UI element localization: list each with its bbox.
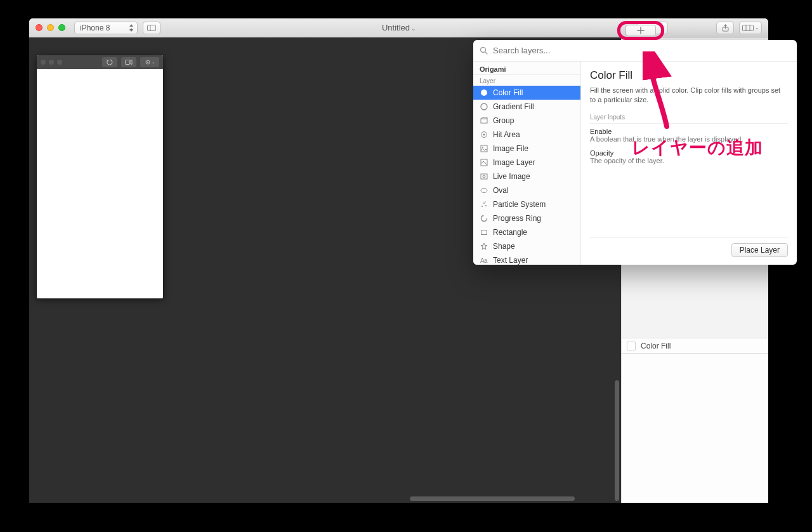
layer-category-list: Origami Layer Color FillGradient FillGro… <box>473 62 581 265</box>
param-desc: A boolean that is true when the layer is… <box>590 135 788 143</box>
progress-ring-icon <box>480 215 488 223</box>
layer-option-image-layer[interactable]: Image Layer <box>473 156 580 170</box>
svg-point-23 <box>483 203 485 204</box>
layer-inputs-section-label: Layer Inputs <box>590 114 788 124</box>
image-file-icon <box>480 145 488 153</box>
layer-option-rectangle[interactable]: Rectangle <box>473 225 580 239</box>
layer-option-text-layer[interactable]: AaText Layer <box>473 253 580 265</box>
share-icon <box>722 24 729 32</box>
text-layer-icon: Aa <box>480 256 488 265</box>
chevron-down-icon: ⌄ <box>755 25 759 30</box>
layer-option-oval[interactable]: Oval <box>473 183 580 197</box>
add-layer-popover: Origami Layer Color FillGradient FillGro… <box>473 40 797 265</box>
layer-option-label: Group <box>493 116 514 125</box>
layer-option-live-image[interactable]: Live Image <box>473 170 580 183</box>
device-select-label: iPhone 8 <box>80 23 110 32</box>
color-swatch-icon <box>627 342 636 350</box>
layer-detail-title: Color Fill <box>590 69 788 82</box>
layer-search-row <box>473 40 797 62</box>
svg-rect-13 <box>481 119 487 123</box>
layer-option-label: Text Layer <box>493 256 528 265</box>
chevron-down-icon: ⌄ <box>152 60 155 65</box>
preview-settings-button[interactable]: ⌄ <box>140 57 159 67</box>
minimize-icon[interactable] <box>47 24 54 31</box>
image-layer-icon <box>480 159 488 167</box>
toggle-sidebar-button[interactable] <box>143 22 160 34</box>
svg-rect-3 <box>742 25 753 30</box>
layer-option-label: Hit Area <box>493 130 520 139</box>
layer-option-particle-system[interactable]: Particle System <box>473 197 580 211</box>
svg-rect-27 <box>481 230 487 235</box>
preview-reload-button[interactable] <box>102 57 117 67</box>
particle-system-icon <box>480 201 488 209</box>
document-title[interactable]: Untitled⌄ <box>166 23 632 32</box>
search-icon <box>480 46 488 55</box>
layer-option-color-fill[interactable]: Color Fill <box>473 86 580 100</box>
layer-list-item-label: Color Fill <box>641 342 671 350</box>
svg-rect-16 <box>481 145 487 152</box>
svg-point-21 <box>481 189 487 193</box>
layer-search-input[interactable] <box>492 45 790 56</box>
sidebar-icon <box>147 25 156 31</box>
svg-point-26 <box>481 216 487 222</box>
add-layer-callout-ring <box>617 21 664 40</box>
layer-list-item[interactable]: Color Fill <box>622 338 768 354</box>
chevron-down-icon: ⌄ <box>411 25 416 32</box>
place-layer-button[interactable]: Place Layer <box>731 243 788 257</box>
layer-option-hit-area[interactable]: Hit Area <box>473 128 580 142</box>
preview-toolbar: ⌄ <box>37 55 163 69</box>
live-image-icon <box>480 173 488 181</box>
svg-rect-19 <box>481 174 487 179</box>
shape-icon <box>480 243 488 251</box>
svg-point-12 <box>481 103 487 110</box>
param-name: Enable <box>590 128 788 135</box>
layer-detail-panel: Color Fill Fill the screen with a solid … <box>581 62 797 265</box>
device-select[interactable]: iPhone 8 <box>74 22 138 34</box>
oval-icon <box>480 187 488 195</box>
layer-option-label: Particle System <box>493 200 546 209</box>
view-mode-button[interactable]: ⌄ <box>739 22 762 34</box>
hit-area-icon <box>480 131 488 139</box>
layer-option-progress-ring[interactable]: Progress Ring <box>473 211 580 225</box>
layer-option-label: Progress Ring <box>493 214 541 223</box>
group-icon <box>480 117 488 125</box>
param-name: Opacity <box>590 149 788 157</box>
app-window: iPhone 8 Untitled⌄ ⌄ <box>29 18 768 503</box>
camera-icon <box>125 60 133 65</box>
layer-option-label: Shape <box>493 242 515 251</box>
svg-rect-6 <box>126 60 130 65</box>
layer-input-param: EnableA boolean that is true when the la… <box>590 128 788 143</box>
layer-group-label: Layer <box>473 74 580 86</box>
layer-option-label: Oval <box>493 186 509 195</box>
preview-record-button[interactable] <box>121 57 136 67</box>
svg-point-11 <box>481 90 487 96</box>
preview-traffic-lights <box>41 60 62 65</box>
svg-point-20 <box>483 175 485 178</box>
svg-point-22 <box>481 206 483 207</box>
canvas-scrollbar-vertical[interactable] <box>615 380 619 501</box>
gear-icon <box>145 59 151 65</box>
maximize-icon[interactable] <box>58 24 65 31</box>
layer-option-group[interactable]: Group <box>473 114 580 128</box>
device-preview-window[interactable]: ⌄ <box>37 55 163 298</box>
layer-input-param: OpacityThe opacity of the layer. <box>590 149 788 164</box>
layer-option-label: Color Fill <box>493 88 523 97</box>
gradient-fill-icon <box>480 103 488 111</box>
columns-icon <box>742 25 754 31</box>
add-layer-button[interactable] <box>625 25 656 36</box>
svg-point-8 <box>147 62 148 63</box>
layer-option-gradient-fill[interactable]: Gradient Fill <box>473 100 580 114</box>
layer-detail-description: Fill the screen with a solid color. Clip… <box>590 86 788 105</box>
layer-list-panel: Color Fill <box>622 338 768 503</box>
close-icon[interactable] <box>36 24 43 31</box>
layer-option-label: Image Layer <box>493 158 535 167</box>
svg-point-15 <box>483 134 485 136</box>
share-button[interactable] <box>716 22 734 34</box>
layer-option-image-file[interactable]: Image File <box>473 142 580 156</box>
reload-icon <box>107 59 113 65</box>
layer-option-label: Rectangle <box>493 228 527 237</box>
svg-point-17 <box>482 147 483 148</box>
plus-icon <box>637 27 645 34</box>
layer-option-shape[interactable]: Shape <box>473 239 580 253</box>
layer-option-label: Gradient Fill <box>493 102 534 111</box>
